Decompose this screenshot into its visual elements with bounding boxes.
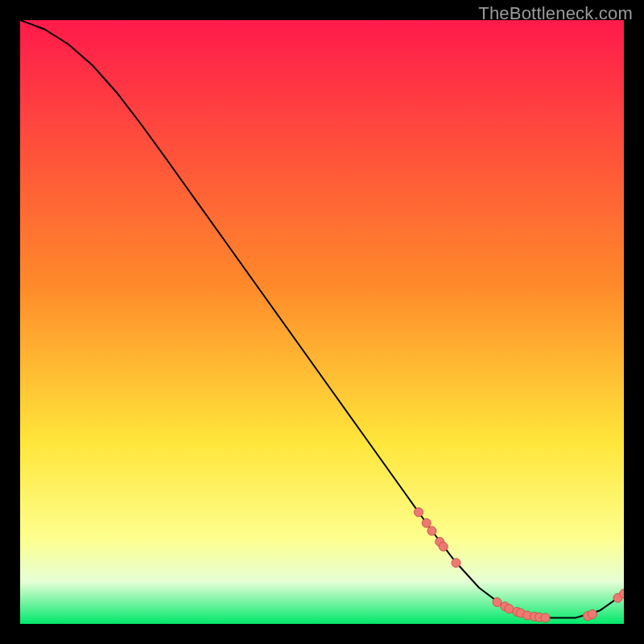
data-marker	[439, 543, 448, 551]
data-marker	[541, 613, 550, 622]
watermark-text: TheBottleneck.com	[478, 3, 633, 24]
data-marker	[452, 559, 460, 568]
gradient-background	[20, 20, 624, 624]
data-marker	[427, 526, 436, 535]
data-marker	[493, 598, 502, 607]
data-marker	[415, 508, 423, 517]
plot-area	[20, 20, 624, 624]
data-marker	[588, 610, 597, 619]
chart-svg	[20, 20, 624, 624]
data-marker	[422, 518, 431, 527]
chart-stage: TheBottleneck.com	[0, 0, 644, 644]
